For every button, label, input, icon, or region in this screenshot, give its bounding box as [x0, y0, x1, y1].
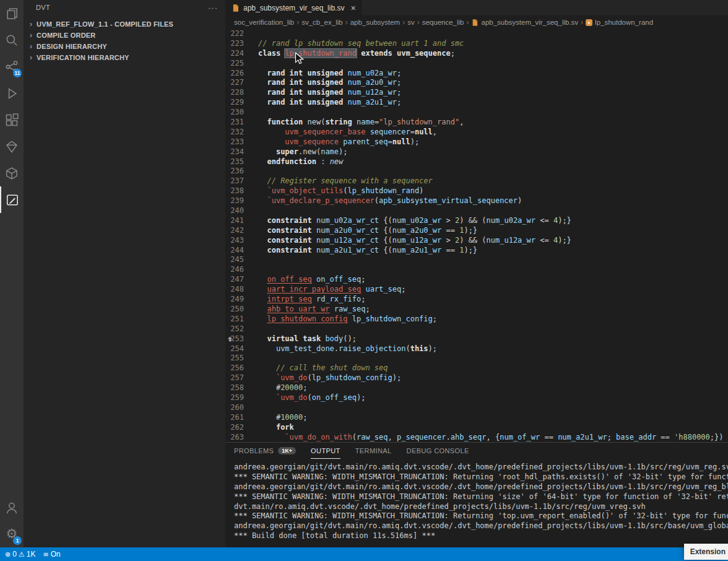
source-control-icon[interactable]: 11	[0, 53, 24, 80]
line-number: 241	[225, 216, 244, 226]
sidebar-item-label: UVM_REF_FLOW_1.1 - COMPILED FILES	[37, 20, 173, 28]
code-line[interactable]: 243 constraint num_u12a_wr_ct {(num_u12a…	[225, 236, 728, 246]
code-line[interactable]: 250 ahb_to_uart_wr raw_seq;	[225, 305, 728, 315]
code-line[interactable]: 230	[225, 108, 728, 118]
code-line[interactable]: 258 #20000;	[225, 383, 728, 393]
code-line[interactable]: 229 rand int unsigned num_a2u1_wr;	[225, 98, 728, 108]
code-line[interactable]: 263 `uvm_do_on_with(raw_seq, p_sequencer…	[225, 433, 728, 442]
line-number: 233	[225, 137, 244, 147]
code-line[interactable]: 232 uvm_sequencer_base sequencer=null,	[225, 128, 728, 137]
line-number: 231	[225, 118, 244, 128]
code-text: virtual task body();	[244, 334, 357, 344]
code-text: uvm_sequence parent_seq=null);	[244, 137, 419, 147]
code-line[interactable]: 227 rand int unsigned num_a2u0_wr;	[225, 78, 728, 88]
code-line[interactable]: 228 rand int unsigned num_u12a_wr;	[225, 88, 728, 98]
code-line[interactable]: 259 `uvm_do(on_off_seq);	[225, 393, 728, 403]
code-line[interactable]: 223// rand lp shutdown seq between uart …	[225, 39, 728, 49]
extensions-icon[interactable]	[0, 107, 24, 133]
code-line[interactable]: 237 // Register sequence with a sequence…	[225, 176, 728, 186]
line-number: 246	[225, 265, 244, 275]
code-line[interactable]: 253 virtual task body();	[225, 334, 728, 344]
code-text: // Register sequence with a sequencer	[244, 176, 433, 186]
tab-apb-subsystem-vir-seq-lib[interactable]: apb_subsystem_vir_seq_lib.sv ×	[225, 0, 362, 15]
code-line[interactable]: 254 uvm_test_done.raise_objection(this);	[225, 344, 728, 354]
breadcrumb-item-apb-subsystem-vir-seq-lib-sv[interactable]: apb_subsystem_vir_seq_lib.sv	[471, 19, 578, 27]
code-line[interactable]: 252	[225, 324, 728, 334]
extension-toast[interactable]: Extension	[684, 544, 728, 560]
code-line[interactable]: 257 `uvm_do(lp_shutdown_config);	[225, 373, 728, 383]
account-icon[interactable]	[0, 494, 24, 521]
chevron-separator-icon: ›	[297, 18, 299, 27]
panel-tab-output[interactable]: OUTPUT	[311, 443, 340, 459]
run-debug-icon[interactable]	[0, 80, 24, 107]
code-line[interactable]: 260	[225, 403, 728, 413]
code-line[interactable]: 240	[225, 206, 728, 216]
line-number: 227	[225, 78, 244, 88]
code-text: ahb_to_uart_wr raw_seq;	[244, 305, 370, 315]
class-icon: c	[586, 19, 592, 26]
code-editor[interactable]: 222223// rand lp shutdown seq between ua…	[225, 29, 728, 442]
code-line[interactable]: 255	[225, 354, 728, 363]
code-line[interactable]: 256 // call the shut down seq	[225, 363, 728, 373]
sidebar-item-uvm-ref-flow-1-1-compiled-files[interactable]: ›UVM_REF_FLOW_1.1 - COMPILED FILES	[24, 19, 225, 30]
code-line[interactable]: 241 constraint num_u02a_wr_ct {(num_u02a…	[225, 216, 728, 226]
line-number: 249	[225, 295, 244, 305]
panel-tab-label: PROBLEMS	[234, 447, 274, 454]
code-line[interactable]: 236	[225, 167, 728, 176]
breadcrumb-item-sv-cb-ex-lib[interactable]: sv_cb_ex_lib	[301, 19, 342, 26]
settings-gear-icon[interactable]: ⚙ 1	[0, 521, 24, 547]
breadcrumb-item-lp-shutdown-rand[interactable]: clp_shutdown_rand	[586, 19, 653, 26]
code-line[interactable]: 261 #10000;	[225, 413, 728, 423]
code-line[interactable]: 245	[225, 255, 728, 265]
code-line[interactable]: 238 `uvm_object_utils(lp_shutdown_rand)	[225, 186, 728, 196]
code-line[interactable]: 226 rand int unsigned num_u02a_wr;	[225, 69, 728, 79]
code-line[interactable]: 242 constraint num_a2u0_wr_ct {(num_a2u0…	[225, 226, 728, 236]
line-number: 257	[225, 373, 244, 383]
line-number: 235	[225, 157, 244, 167]
search-icon[interactable]	[0, 27, 24, 53]
code-line[interactable]: 251 lp_shutdown_config lp_shutdown_confi…	[225, 315, 728, 324]
code-line[interactable]: 262 fork	[225, 423, 728, 433]
package-icon[interactable]	[0, 160, 24, 186]
dvt-icon[interactable]	[0, 186, 24, 213]
code-line[interactable]: 235 endfunction : new	[225, 157, 728, 167]
breadcrumb-item-apb-subsystem[interactable]: apb_subsystem	[350, 19, 401, 26]
line-number: 228	[225, 88, 244, 98]
code-line[interactable]: 249 intrpt_seq rd_rx_fifo;	[225, 295, 728, 305]
code-line[interactable]: 248 uart_incr_payload_seq uart_seq;	[225, 285, 728, 295]
line-number: 223	[225, 39, 244, 49]
code-text: `uvm_do(lp_shutdown_config);	[244, 373, 401, 383]
code-line[interactable]: 225	[225, 59, 728, 69]
breadcrumb-item-sv[interactable]: sv	[407, 19, 415, 26]
panel-tab-terminal[interactable]: TERMINAL	[355, 443, 392, 459]
dvt-mode-status[interactable]: ≡ On	[43, 550, 60, 559]
panel-tab-problems[interactable]: PROBLEMS1K+	[234, 443, 296, 459]
sidebar-item-design-hierarchy[interactable]: ›DESIGN HIERARCHY	[24, 41, 225, 52]
output-line: *** Build done [total duration 11s.516ms…	[234, 531, 728, 541]
code-line[interactable]: 246	[225, 265, 728, 275]
code-line[interactable]: 247 on_off_seq on_off_seq;	[225, 275, 728, 285]
gem-icon[interactable]	[0, 133, 24, 160]
code-text	[244, 255, 258, 265]
close-icon[interactable]: ×	[350, 3, 355, 13]
explorer-icon[interactable]	[0, 0, 24, 27]
problems-status[interactable]: ⊗ 0 ⚠ 1K	[5, 550, 35, 559]
more-actions-icon[interactable]: ···	[208, 3, 218, 12]
sidebar-item-compile-order[interactable]: ›COMPILE ORDER	[24, 30, 225, 41]
chevron-right-icon: ›	[26, 54, 36, 61]
code-text	[244, 108, 258, 118]
code-line[interactable]: 233 uvm_sequence parent_seq=null);	[225, 137, 728, 147]
breadcrumb-item-soc-verification-lib[interactable]: soc_verification_lib	[234, 19, 294, 26]
code-text	[244, 354, 258, 363]
code-line[interactable]: 224class lp_shutdown_rand extends uvm_se…	[225, 49, 728, 59]
output-log[interactable]: andreea.georgian/git/dvt.main/ro.amiq.dv…	[225, 459, 728, 547]
code-line[interactable]: 244 constraint num_a2u1_wr_ct {(num_a2u1…	[225, 246, 728, 256]
breadcrumb-item-sequence-lib[interactable]: sequence_lib	[422, 19, 464, 26]
code-line[interactable]: 239 `uvm_declare_p_sequencer(apb_subsyst…	[225, 196, 728, 206]
code-line[interactable]: 222	[225, 29, 728, 39]
code-line[interactable]: 231 function new(string name="lp_shutdow…	[225, 118, 728, 128]
code-line[interactable]: 234 super.new(name);	[225, 147, 728, 157]
sidebar-item-verification-hierarchy[interactable]: ›VERIFICATION HIERARCHY	[24, 52, 225, 63]
sidebar-item-label: COMPILE ORDER	[37, 32, 96, 39]
panel-tab-debug-console[interactable]: DEBUG CONSOLE	[407, 443, 469, 459]
